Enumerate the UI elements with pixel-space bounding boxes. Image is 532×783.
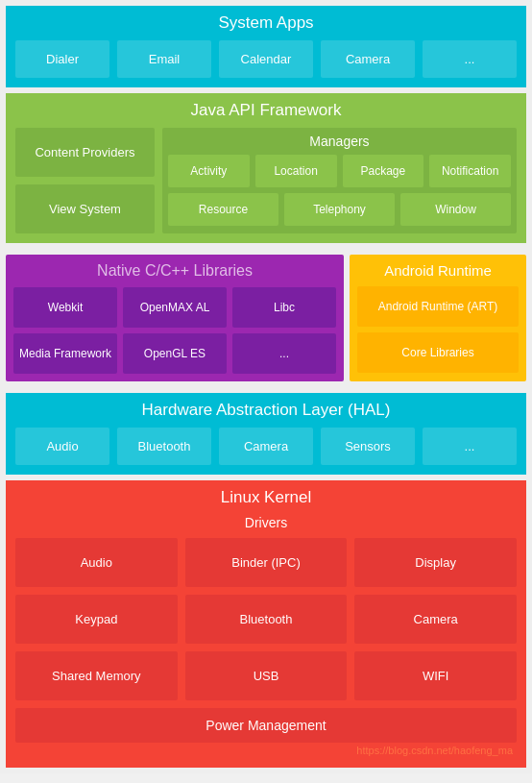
system-apps-section: System Apps Dialer Email Calendar Camera… (6, 6, 526, 87)
list-item: Calendar (219, 40, 313, 78)
content-providers-col: Content Providers View System (15, 128, 155, 233)
power-management: Power Management (15, 708, 517, 743)
list-item: Package (343, 155, 424, 187)
managers-row1: Activity Location Package Notification (168, 155, 511, 187)
drivers-title: Drivers (15, 515, 517, 530)
list-item: Telephony (284, 193, 395, 226)
android-runtime-section: Android Runtime Android Runtime (ART) Co… (350, 255, 526, 381)
system-apps-items: Dialer Email Calendar Camera ... (15, 40, 517, 78)
list-item: Camera (219, 428, 313, 465)
list-item: Keypad (15, 595, 178, 644)
native-row1: Webkit OpenMAX AL Libc (13, 287, 336, 328)
watermark: https://blog.csdn.net/haofeng_ma (15, 743, 517, 758)
list-item: OpenMAX AL (123, 287, 227, 328)
list-item: Core Libraries (357, 332, 519, 373)
hal-title: Hardware Abstraction Layer (HAL) (15, 401, 517, 420)
list-item: WIFI (354, 651, 517, 700)
managers-row2: Resource Telephony Window (168, 193, 511, 226)
native-section: Native C/C++ Libraries Webkit OpenMAX AL… (6, 255, 344, 381)
list-item: OpenGL ES (123, 333, 227, 374)
page-wrapper: System Apps Dialer Email Calendar Camera… (0, 0, 532, 773)
list-item: ... (232, 333, 336, 374)
list-item: USB (185, 651, 348, 700)
list-item: Camera (354, 595, 517, 644)
list-item: Shared Memory (15, 651, 178, 700)
list-item: Display (354, 538, 517, 587)
list-item: Bluetooth (117, 428, 211, 465)
list-item: Android Runtime (ART) (357, 286, 519, 327)
system-apps-title: System Apps (15, 13, 517, 33)
view-system-box: View System (15, 184, 155, 233)
list-item: Libc (232, 287, 336, 328)
managers-col: Managers Activity Location Package Notif… (162, 128, 517, 233)
hal-section: Hardware Abstraction Layer (HAL) Audio B… (6, 393, 526, 475)
list-item: Activity (168, 155, 250, 187)
list-item: ... (423, 40, 517, 78)
java-api-inner: Content Providers View System Managers A… (15, 128, 517, 233)
list-item: Audio (15, 538, 178, 587)
linux-kernel-title: Linux Kernel (15, 488, 517, 507)
native-row2: Media Framework OpenGL ES ... (13, 333, 336, 374)
list-item: Notification (429, 155, 511, 187)
list-item: Binder (IPC) (185, 538, 348, 587)
android-runtime-title: Android Runtime (357, 262, 519, 279)
hal-items: Audio Bluetooth Camera Sensors ... (15, 428, 517, 465)
java-api-title: Java API Framework (15, 101, 517, 120)
list-item: Webkit (13, 287, 117, 328)
list-item: Location (255, 155, 337, 187)
list-item: Media Framework (13, 333, 117, 374)
managers-title: Managers (168, 134, 511, 149)
list-item: Camera (321, 40, 415, 78)
list-item: Window (400, 193, 511, 226)
drivers-grid: Audio Binder (IPC) Display Keypad Blueto… (15, 538, 517, 700)
list-item: Sensors (321, 428, 415, 465)
list-item: Audio (15, 428, 109, 465)
linux-kernel-section: Linux Kernel Drivers Audio Binder (IPC) … (6, 480, 526, 768)
list-item: ... (423, 428, 517, 465)
list-item: Resource (168, 193, 278, 226)
content-providers-box: Content Providers (15, 128, 155, 177)
list-item: Email (117, 40, 211, 78)
native-runtime-row: Native C/C++ Libraries Webkit OpenMAX AL… (6, 249, 526, 387)
java-api-section: Java API Framework Content Providers Vie… (6, 93, 526, 243)
native-title: Native C/C++ Libraries (13, 262, 336, 280)
list-item: Bluetooth (185, 595, 348, 644)
list-item: Dialer (15, 40, 109, 78)
